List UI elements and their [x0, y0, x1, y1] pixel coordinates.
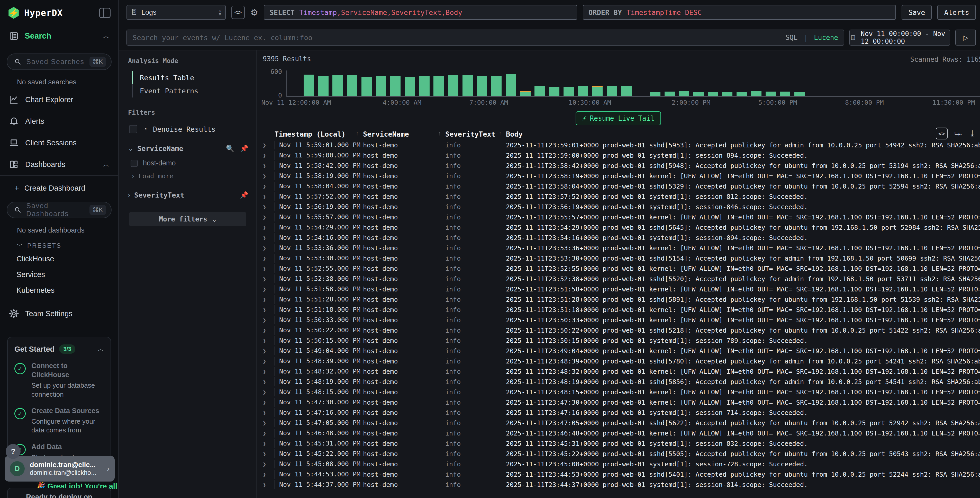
row-expand-icon[interactable]: ❯	[263, 471, 275, 478]
help-button[interactable]: ?	[6, 444, 21, 459]
table-row[interactable]: ❯Nov 11 5:46:48.000 PMhost-demoinfo2025-…	[256, 428, 980, 438]
sidebar-item-search[interactable]: Search ︿	[0, 26, 118, 46]
row-expand-icon[interactable]: ❯	[263, 379, 275, 385]
row-expand-icon[interactable]: ❯	[263, 214, 275, 220]
row-expand-icon[interactable]: ❯	[263, 296, 275, 303]
date-range-picker[interactable]: 🗓 Nov 11 00:00:00 - Nov 12 00:00:00	[850, 30, 950, 46]
get-started-header[interactable]: Get Started 3/3 ︿	[14, 345, 104, 354]
histogram-bar[interactable]	[780, 92, 790, 96]
pin-icon[interactable]: 📌	[240, 145, 248, 153]
histogram-bar[interactable]	[332, 75, 343, 96]
row-expand-icon[interactable]: ❯	[263, 265, 275, 272]
histogram-bar[interactable]	[751, 91, 761, 96]
histogram-bar[interactable]	[549, 87, 559, 96]
histogram-bar[interactable]	[520, 91, 530, 96]
table-row[interactable]: ❯Nov 11 5:47:16.000 PMhost-demoinfo2025-…	[256, 407, 980, 418]
run-query-button[interactable]: ▷	[955, 30, 976, 46]
histogram-bar[interactable]	[679, 91, 689, 96]
more-filters-button[interactable]: More filters ⌄	[129, 212, 246, 227]
code-icon[interactable]: <>	[936, 128, 948, 139]
row-expand-icon[interactable]: ❯	[263, 204, 275, 210]
table-row[interactable]: ❯Nov 11 5:50:22.000 PMhost-demoinfo2025-…	[256, 325, 980, 335]
row-expand-icon[interactable]: ❯	[263, 358, 275, 364]
row-expand-icon[interactable]: ❯	[263, 420, 275, 426]
table-row[interactable]: ❯Nov 11 5:53:36.000 PMhost-demoinfo2025-…	[256, 243, 980, 253]
facet-value-host-demo[interactable]: host-demo	[130, 159, 248, 167]
histogram-bar[interactable]	[376, 76, 386, 96]
table-row[interactable]: ❯Nov 11 5:57:52.000 PMhost-demoinfo2025-…	[256, 192, 980, 202]
column-servicename[interactable]: ⁞ServiceName	[363, 130, 445, 138]
row-expand-icon[interactable]: ❯	[263, 163, 275, 169]
resume-live-tail-button[interactable]: ⚡ Resume Live Tail	[576, 112, 661, 125]
row-expand-icon[interactable]: ❯	[263, 306, 275, 313]
histogram-bar[interactable]	[304, 75, 314, 96]
table-row[interactable]: ❯Nov 11 5:45:31.000 PMhost-demoinfo2025-…	[256, 438, 980, 449]
histogram-bar[interactable]	[765, 92, 776, 96]
row-expand-icon[interactable]: ❯	[263, 173, 275, 179]
preset-clickhouse[interactable]: ClickHouse	[0, 251, 118, 267]
row-expand-icon[interactable]: ❯	[263, 286, 275, 292]
row-expand-icon[interactable]: ❯	[263, 389, 275, 395]
table-row[interactable]: ❯Nov 11 5:54:29.000 PMhost-demoinfo2025-…	[256, 222, 980, 233]
mode-results-table[interactable]: Results Table	[132, 71, 248, 85]
gear-icon[interactable]: ⚙	[250, 7, 258, 18]
histogram-bar[interactable]	[578, 86, 588, 96]
sidebar-item-dashboards[interactable]: Dashboards ︿	[0, 153, 118, 176]
sidebar-item-alerts[interactable]: Alerts	[0, 110, 118, 132]
row-expand-icon[interactable]: ❯	[263, 193, 275, 200]
histogram-bar[interactable]	[563, 87, 574, 96]
download-icon[interactable]: ⭳	[969, 129, 977, 138]
table-row[interactable]: ❯Nov 11 5:44:53.000 PMhost-demoinfo2025-…	[256, 469, 980, 479]
row-expand-icon[interactable]: ❯	[263, 317, 275, 323]
facet-search-icon[interactable]: 🔍	[226, 145, 234, 153]
row-expand-icon[interactable]: ❯	[263, 441, 275, 447]
table-row[interactable]: ❯Nov 11 5:47:05.000 PMhost-demoinfo2025-…	[256, 418, 980, 428]
load-more-button[interactable]: › Load more	[131, 172, 248, 180]
code-toggle-icon[interactable]: <>	[231, 6, 245, 19]
presets-toggle[interactable]: ﹀ PRESETS	[0, 237, 118, 251]
histogram-bar[interactable]	[621, 86, 632, 96]
histogram-bar[interactable]	[506, 74, 516, 96]
row-expand-icon[interactable]: ❯	[263, 482, 275, 488]
checklist-item-connect[interactable]: ✓ Connect to ClickHouse Set up your data…	[14, 361, 104, 399]
histogram-bar[interactable]	[289, 96, 299, 96]
mode-event-patterns[interactable]: Event Patterns	[132, 85, 248, 97]
table-row[interactable]: ❯Nov 11 5:49:04.000 PMhost-demoinfo2025-…	[256, 346, 980, 356]
facet-servicename[interactable]: ⌄ ServiceName 🔍 📌	[128, 145, 248, 153]
histogram-bar[interactable]	[463, 75, 473, 96]
row-expand-icon[interactable]: ❯	[263, 224, 275, 231]
histogram-bar[interactable]	[607, 86, 617, 96]
histogram-bar[interactable]	[665, 92, 675, 96]
column-resize-handle[interactable]: ⁞	[499, 131, 501, 138]
lucene-mode-toggle[interactable]: Lucene	[814, 34, 838, 42]
sql-mode-toggle[interactable]: SQL	[785, 34, 797, 42]
histogram-bar[interactable]	[967, 96, 978, 96]
row-expand-icon[interactable]: ❯	[263, 348, 275, 354]
preset-kubernetes[interactable]: Kubernetes	[0, 283, 118, 298]
select-clause-input[interactable]: SELECT Timestamp,ServiceName,SeverityTex…	[264, 5, 577, 20]
histogram-bar[interactable]	[650, 92, 660, 96]
table-row[interactable]: ❯Nov 11 5:48:15.000 PMhost-demoinfo2025-…	[256, 387, 980, 397]
table-row[interactable]: ❯Nov 11 5:53:30.000 PMhost-demoinfo2025-…	[256, 253, 980, 263]
sidebar-item-client-sessions[interactable]: Client Sessions	[0, 132, 118, 153]
histogram-bar[interactable]	[491, 76, 501, 96]
histogram-bar[interactable]	[592, 86, 603, 96]
column-resize-handle[interactable]: ⁞	[439, 131, 441, 138]
row-expand-icon[interactable]: ❯	[263, 255, 275, 262]
column-timestamp[interactable]: Timestamp (Local)	[275, 130, 363, 138]
histogram-bar[interactable]	[405, 77, 415, 96]
sidebar-item-chart-explorer[interactable]: Chart Explorer	[0, 89, 118, 110]
row-expand-icon[interactable]: ❯	[263, 368, 275, 375]
table-row[interactable]: ❯Nov 11 5:56:19.000 PMhost-demoinfo2025-…	[256, 202, 980, 212]
histogram-bar[interactable]	[448, 75, 458, 96]
source-select[interactable]: 🗄 Logs ▵▿	[126, 5, 226, 20]
saved-searches-input[interactable]: Saved Searches ⌘K	[7, 54, 111, 70]
chevron-up-icon[interactable]: ︿	[103, 32, 110, 41]
denoise-results-option[interactable]: ◔ Denoise Results	[129, 125, 248, 133]
table-row[interactable]: ❯Nov 11 5:51:18.000 PMhost-demoinfo2025-…	[256, 305, 980, 315]
search-input[interactable]	[133, 34, 779, 42]
wrap-lines-icon[interactable]: ⮓	[954, 129, 962, 138]
table-row[interactable]: ❯Nov 11 5:50:15.000 PMhost-demoinfo2025-…	[256, 335, 980, 346]
table-row[interactable]: ❯Nov 11 5:59:00.000 PMhost-demoinfo2025-…	[256, 150, 980, 161]
brand[interactable]: ⚡ HyperDX	[8, 7, 63, 19]
